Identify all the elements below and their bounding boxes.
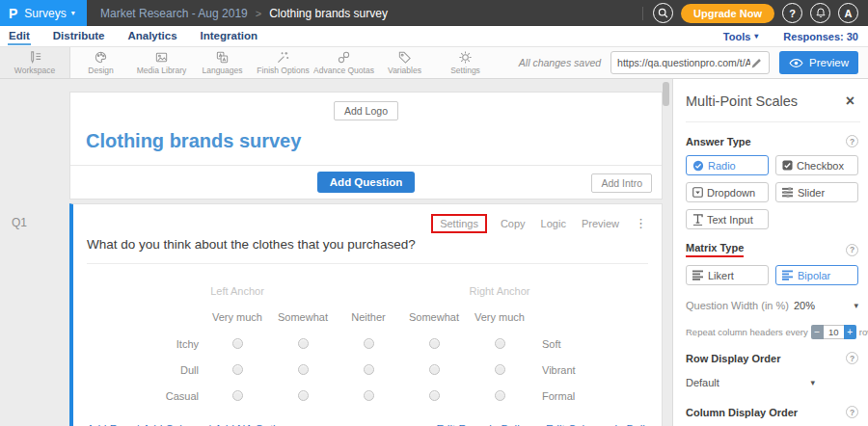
bell-icon <box>815 7 827 19</box>
survey-canvas: Add Logo Clothing brands survey Add Ques… <box>69 79 672 426</box>
scale-header: Somewhat <box>401 311 467 323</box>
question-copy-link[interactable]: Copy <box>501 218 526 229</box>
chevron-down-icon[interactable]: ▾ <box>854 301 858 310</box>
answer-type-checkbox[interactable]: Checkbox <box>775 155 858 175</box>
row-display-order-select[interactable]: Default ▾ <box>686 377 815 388</box>
tab-edit[interactable]: Edit <box>8 28 31 45</box>
matrix-radio[interactable] <box>232 390 243 401</box>
stepper-value-input[interactable] <box>824 325 844 339</box>
toolbar-item-finish-options[interactable]: Finish Options <box>253 47 313 78</box>
canvas-scrollbar[interactable] <box>663 82 669 106</box>
tag-icon <box>397 50 412 65</box>
answer-type-slider[interactable]: Slider <box>775 182 858 202</box>
breadcrumb-folder-link[interactable]: Market Research - Aug 2019 <box>100 7 248 20</box>
question-logic-link[interactable]: Logic <box>541 218 566 229</box>
matrix-type-option-label: Bipolar <box>798 270 830 281</box>
questionpro-logo-icon: P <box>9 6 17 21</box>
stepper-plus-button[interactable]: + <box>844 325 856 339</box>
responses-link[interactable]: Responses: 30 <box>783 31 858 42</box>
answer-type-option-label: Checkbox <box>797 160 844 172</box>
matrix-radio[interactable] <box>232 338 243 349</box>
matrix-radio[interactable] <box>429 364 440 375</box>
add-intro-button[interactable]: Add Intro <box>591 173 652 193</box>
row-left-label: Itchy <box>87 338 204 350</box>
answer-type-label: Answer Type <box>686 136 751 147</box>
repeat-headers-suffix: rows. <box>859 327 868 337</box>
matrix-type-likert[interactable]: Likert <box>686 265 769 285</box>
answer-type-dropdown[interactable]: Dropdown <box>686 182 769 202</box>
checkbox-icon <box>782 160 793 171</box>
toolbar-item-languages[interactable]: Languages <box>192 47 253 78</box>
tab-integration[interactable]: Integration <box>200 28 258 45</box>
row-left-label: Dull <box>87 364 204 376</box>
scale-header: Somewhat <box>270 311 336 323</box>
dropdown-icon <box>692 187 703 198</box>
matrix-radio[interactable] <box>298 390 309 401</box>
answer-type-options: Radio Checkbox Dropdown Slider Text Inpu… <box>686 155 858 229</box>
toolbar-item-label: Design <box>88 66 113 75</box>
add-question-button[interactable]: Add Question <box>317 172 415 193</box>
matrix-radio[interactable] <box>364 390 374 401</box>
matrix-radio[interactable] <box>232 364 243 375</box>
chain-links-icon <box>337 50 351 65</box>
help-icon[interactable]: ? <box>846 406 858 418</box>
surveys-menu-label: Surveys <box>24 7 66 20</box>
survey-header-card: Add Logo Clothing brands survey Add Ques… <box>69 92 663 200</box>
tab-distribute[interactable]: Distribute <box>52 28 106 45</box>
question-text[interactable]: What do you think about the clothes that… <box>87 237 648 264</box>
topbar: P Surveys ▾ Market Research - Aug 2019 >… <box>0 0 868 26</box>
add-logo-button[interactable]: Add Logo <box>334 101 398 120</box>
question-number: Q1 <box>12 216 27 229</box>
help-icon[interactable]: ? <box>846 352 858 364</box>
search-button[interactable] <box>653 3 673 23</box>
stepper-minus-button[interactable]: − <box>811 325 824 339</box>
toolbar-item-settings[interactable]: Settings <box>435 47 496 78</box>
question-preview-link[interactable]: Preview <box>582 218 619 229</box>
toolbar-item-variables[interactable]: Variables <box>374 47 435 78</box>
help-icon[interactable]: ? <box>846 244 858 256</box>
question-settings-link[interactable]: Settings <box>431 214 487 233</box>
close-icon[interactable]: × <box>846 93 854 109</box>
upgrade-now-button[interactable]: Upgrade Now <box>681 4 774 23</box>
matrix-radio[interactable] <box>495 364 505 375</box>
matrix-row: Casual Formal <box>87 383 648 409</box>
matrix-radio[interactable] <box>298 338 309 349</box>
toolbar-item-workspace[interactable]: Workspace <box>0 47 70 78</box>
help-button[interactable]: ? <box>782 3 802 23</box>
matrix-radio[interactable] <box>298 364 309 375</box>
toolbar-item-advance-quotas[interactable]: Advance Quotas <box>313 47 374 78</box>
matrix-radio[interactable] <box>429 338 440 349</box>
matrix-radio[interactable] <box>364 364 374 375</box>
matrix-radio[interactable] <box>364 338 374 349</box>
preview-button[interactable]: Preview <box>779 51 858 74</box>
preview-button-label: Preview <box>809 57 849 68</box>
matrix-row: Dull Vibrant <box>87 357 648 383</box>
image-icon <box>154 50 169 65</box>
navbar: Edit Distribute Analytics Integration To… <box>0 26 868 46</box>
design-palette-icon <box>94 50 108 65</box>
column-display-order-label: Column Display Order <box>686 407 798 418</box>
toolbar-item-media-library[interactable]: Media Library <box>131 47 192 78</box>
toolbar-item-label: Settings <box>450 66 480 75</box>
matrix-radio[interactable] <box>495 338 505 349</box>
answer-type-text-input[interactable]: Text Input <box>686 209 769 229</box>
toolbar-item-design[interactable]: Design <box>70 47 131 78</box>
tab-analytics[interactable]: Analytics <box>126 28 177 45</box>
tools-menu-label: Tools <box>723 31 751 42</box>
tools-menu[interactable]: Tools ▾ <box>723 31 759 42</box>
chevron-down-icon: ▾ <box>754 33 758 40</box>
avatar[interactable]: A <box>838 3 858 23</box>
settings-sidebar: Multi-Point Scales × Answer Type ? Radio… <box>672 79 868 426</box>
edit-pencil-icon[interactable] <box>750 57 763 69</box>
answer-type-radio[interactable]: Radio <box>686 155 769 175</box>
question-width-value[interactable]: 20% <box>794 300 815 311</box>
question-more-menu-icon[interactable]: ⋮ <box>635 216 648 230</box>
matrix-radio[interactable] <box>495 390 505 401</box>
matrix-radio[interactable] <box>429 390 440 401</box>
notifications-button[interactable] <box>810 3 830 23</box>
survey-url-input[interactable] <box>617 57 750 68</box>
matrix-type-bipolar[interactable]: Bipolar <box>775 265 858 285</box>
surveys-menu[interactable]: P Surveys ▾ <box>0 0 87 26</box>
help-icon[interactable]: ? <box>846 135 858 147</box>
survey-title[interactable]: Clothing brands survey <box>70 120 662 165</box>
